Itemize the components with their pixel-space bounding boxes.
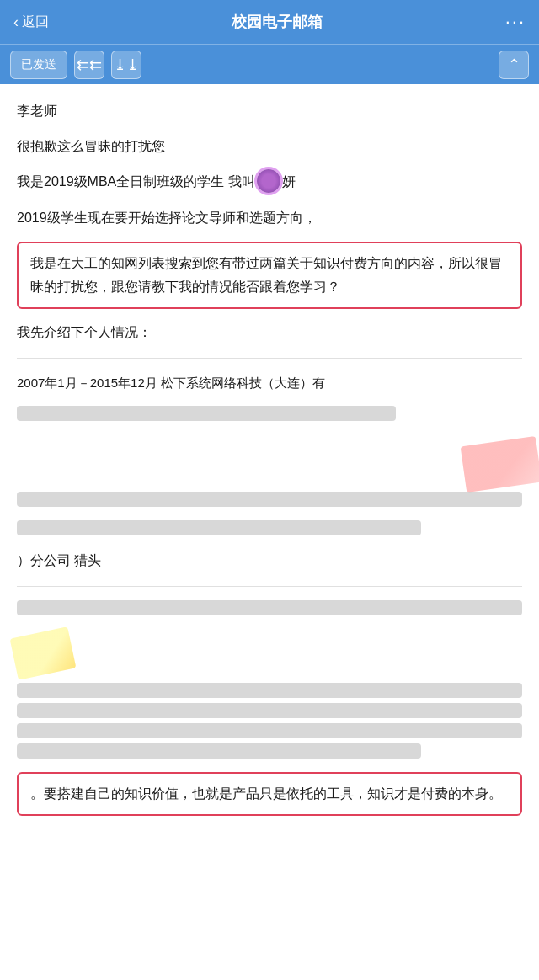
highlighted-block-1: 我是在大工的知网列表搜索到您有带过两篇关于知识付费方向的内容，所以很冒昧的打扰您… [17, 242, 522, 309]
scroll-up-button[interactable]: ⌃ [499, 51, 529, 79]
greeting-line: 李老师 [17, 99, 522, 123]
back-chevron-icon: ‹ [13, 13, 19, 31]
up-chevron-icon: ⌃ [508, 56, 520, 74]
work-end-text: ）分公司 猎头 [17, 549, 522, 573]
more-work-section [17, 600, 522, 759]
blurred-line-7 [17, 723, 522, 738]
work-experience-section: 2007年1月－2015年12月 松下系统网络科技（大连）有 ）分公司 猎头 [17, 372, 522, 573]
reply-all-icon: ⇇⇇ [77, 56, 102, 74]
blurred-section-4 [17, 600, 522, 615]
blurred-line-1 [17, 406, 396, 421]
blurred-line-5 [17, 683, 522, 698]
personal-intro-label: 我先介绍下个人情况： [17, 321, 522, 344]
toolbar: 已发送 ⇇⇇ ⤓⤓ ⌃ [0, 44, 539, 84]
pink-sticker-decoration [461, 436, 539, 493]
blurred-section-5 [17, 683, 522, 759]
double-chevron-down-button[interactable]: ⤓⤓ [111, 51, 141, 79]
divider-1 [17, 358, 522, 359]
back-button[interactable]: ‹ 返回 [13, 13, 49, 31]
avatar-flower-icon [257, 169, 280, 193]
para-thesis-selection: 2019级学生现在要开始选择论文导师和选题方向， [17, 206, 522, 230]
work-end-label: ）分公司 猎头 [17, 553, 101, 567]
intro2-prefix: 我是2019级MBA全日制班级的学生 我叫 [17, 174, 255, 189]
yellow-sticker-decoration [10, 626, 77, 679]
blurred-section-3 [17, 520, 522, 535]
back-label: 返回 [22, 13, 49, 31]
blurred-line-2 [17, 492, 522, 507]
blurred-section-2 [17, 492, 522, 507]
highlighted-text-2: 。要搭建自己的知识价值，也就是产品只是依托的工具，知识才是付费的本身。 [30, 786, 502, 801]
work-line-1: 2007年1月－2015年12月 松下系统网络科技（大连）有 [17, 372, 522, 394]
intro2-suffix: 妍 [282, 174, 296, 189]
email-body: 李老师 很抱歉这么冒昧的打扰您 我是2019级MBA全日制班级的学生 我叫妍 2… [0, 84, 539, 843]
sent-folder-button[interactable]: 已发送 [10, 51, 67, 79]
more-button[interactable]: ··· [505, 11, 526, 33]
blurred-line-4 [17, 600, 522, 615]
work1-text: 2007年1月－2015年12月 松下系统网络科技（大连）有 [17, 375, 325, 390]
blurred-line-6 [17, 703, 522, 718]
blurred-section-1 [17, 406, 522, 421]
blurred-line-8 [17, 743, 421, 759]
reply-all-button[interactable]: ⇇⇇ [74, 51, 104, 79]
divider-2 [17, 586, 522, 587]
intro-line-1: 很抱歉这么冒昧的打扰您 [17, 135, 522, 158]
intro-line-2: 我是2019级MBA全日制班级的学生 我叫妍 [17, 170, 522, 194]
double-chevron-down-icon: ⤓⤓ [114, 56, 139, 74]
page-title: 校园电子邮箱 [49, 12, 505, 32]
blurred-line-3 [17, 520, 421, 535]
highlighted-block-2: 。要搭建自己的知识价值，也就是产品只是依托的工具，知识才是付费的本身。 [17, 772, 522, 816]
nav-bar: ‹ 返回 校园电子邮箱 ··· [0, 0, 539, 44]
highlighted-text-1: 我是在大工的知网列表搜索到您有带过两篇关于知识付费方向的内容，所以很冒昧的打扰您… [30, 256, 502, 294]
